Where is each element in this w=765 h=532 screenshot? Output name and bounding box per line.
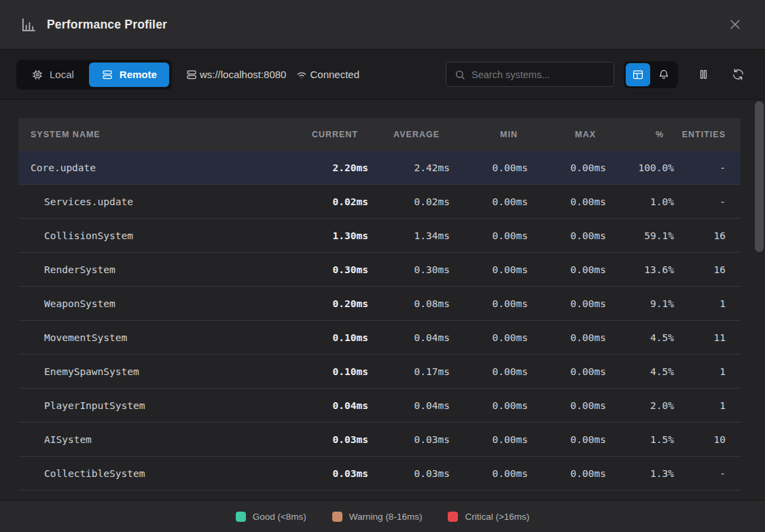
legend-label: Warning (8-16ms) — [349, 512, 423, 522]
row-max: 0.00ms — [528, 468, 606, 479]
column-header-average[interactable]: AVERAGE — [368, 130, 450, 139]
wifi-icon — [296, 69, 308, 81]
table-row[interactable]: AISystem 0.03ms 0.03ms 0.00ms 0.00ms 1.5… — [18, 423, 741, 457]
cpu-icon — [31, 69, 43, 81]
table-view-button[interactable] — [626, 63, 650, 86]
legend-item: Critical (>16ms) — [448, 512, 529, 522]
row-current: 1.30ms — [287, 230, 368, 241]
row-percent: 4.5% — [606, 332, 674, 343]
table-row[interactable]: RenderSystem 0.30ms 0.30ms 0.00ms 0.00ms… — [18, 253, 741, 287]
table-row[interactable]: CollisionSystem 1.30ms 1.34ms 0.00ms 0.0… — [18, 219, 741, 253]
bell-icon — [658, 69, 670, 81]
row-system-name: RenderSystem — [18, 264, 287, 275]
table-row[interactable]: WeaponSystem 0.20ms 0.08ms 0.00ms 0.00ms… — [18, 287, 741, 321]
row-max: 0.00ms — [528, 400, 606, 411]
row-current: 0.03ms — [287, 434, 368, 445]
connection-status-group: Connected — [296, 69, 359, 81]
row-system-name: Core.update — [18, 162, 287, 173]
row-entities: 1 — [674, 400, 741, 411]
pause-button[interactable] — [693, 64, 714, 85]
remote-mode-label: Remote — [120, 69, 157, 80]
row-max: 0.00ms — [528, 298, 606, 309]
row-current: 0.02ms — [287, 196, 368, 207]
row-entities: 16 — [674, 264, 741, 275]
row-min: 0.00ms — [450, 468, 528, 479]
row-min: 0.00ms — [450, 196, 528, 207]
legend: Good (<8ms) Warning (8-16ms) Critical (>… — [0, 500, 765, 532]
row-entities: 1 — [674, 298, 741, 309]
row-max: 0.00ms — [528, 196, 606, 207]
table-body: Core.update 2.20ms 2.42ms 0.00ms 0.00ms … — [18, 151, 741, 491]
row-percent: 9.1% — [606, 298, 674, 309]
row-current: 0.04ms — [287, 400, 368, 411]
legend-item: Good (<8ms) — [236, 512, 306, 522]
remote-mode-button[interactable]: Remote — [89, 63, 169, 87]
row-current: 0.20ms — [287, 298, 368, 309]
row-entities: - — [674, 468, 741, 479]
row-min: 0.00ms — [450, 162, 528, 173]
connection-status: Connected — [310, 69, 359, 80]
row-min: 0.00ms — [450, 366, 528, 377]
row-average: 0.17ms — [368, 366, 450, 377]
row-max: 0.00ms — [528, 230, 606, 241]
row-entities: 11 — [674, 332, 741, 343]
close-button[interactable] — [726, 15, 745, 34]
table-row[interactable]: Core.update 2.20ms 2.42ms 0.00ms 0.00ms … — [18, 151, 741, 185]
row-percent: 1.0% — [606, 196, 674, 207]
row-entities: - — [674, 196, 741, 207]
row-average: 0.08ms — [368, 298, 450, 309]
row-max: 0.00ms — [528, 434, 606, 445]
legend-label: Good (<8ms) — [253, 512, 306, 522]
search-input[interactable] — [472, 69, 605, 80]
row-entities: 16 — [674, 230, 741, 241]
performance-profiler-window: Performance Profiler Local — [0, 0, 765, 532]
row-average: 0.03ms — [368, 434, 450, 445]
column-header-system-name[interactable]: SYSTEM NAME — [18, 130, 287, 139]
table-row[interactable]: Services.update 0.02ms 0.02ms 0.00ms 0.0… — [18, 185, 741, 219]
table-row[interactable]: PlayerInputSystem 0.04ms 0.04ms 0.00ms 0… — [18, 389, 741, 423]
view-toggle-group — [624, 61, 678, 88]
row-current: 0.10ms — [287, 332, 368, 343]
local-mode-button[interactable]: Local — [19, 63, 86, 87]
row-average: 0.04ms — [368, 400, 450, 411]
row-min: 0.00ms — [450, 230, 528, 241]
row-current: 0.30ms — [287, 264, 368, 275]
row-system-name: AISystem — [18, 434, 287, 445]
legend-swatch — [236, 512, 246, 522]
row-percent: 59.1% — [606, 230, 674, 241]
row-average: 0.30ms — [368, 264, 450, 275]
column-header-entities[interactable]: ENTITIES — [674, 130, 741, 139]
scrollbar-thumb[interactable] — [755, 101, 764, 252]
table-icon — [632, 69, 644, 81]
column-header-current[interactable]: CURRENT — [287, 130, 368, 139]
refresh-icon — [732, 68, 745, 81]
table-row[interactable]: EnemySpawnSystem 0.10ms 0.17ms 0.00ms 0.… — [18, 355, 741, 389]
row-percent: 13.6% — [606, 264, 674, 275]
toolbar: Local Remote ws://localhost:8080 — [0, 50, 765, 100]
table-header: SYSTEM NAME CURRENT AVERAGE MIN MAX % EN… — [18, 118, 741, 151]
row-min: 0.00ms — [450, 332, 528, 343]
connection-url-group: ws://localhost:8080 — [185, 69, 287, 81]
row-system-name: WeaponSystem — [18, 298, 287, 309]
scrollbar[interactable] — [754, 100, 764, 500]
connection-url: ws://localhost:8080 — [200, 69, 287, 80]
row-current: 2.20ms — [287, 162, 368, 173]
row-percent: 4.5% — [606, 366, 674, 377]
column-header-max[interactable]: MAX — [528, 130, 606, 139]
row-system-name: MovementSystem — [18, 332, 287, 343]
refresh-button[interactable] — [728, 64, 749, 85]
row-max: 0.00ms — [528, 366, 606, 377]
table-row[interactable]: MovementSystem 0.10ms 0.04ms 0.00ms 0.00… — [18, 321, 741, 355]
server-icon — [101, 69, 113, 81]
column-header-min[interactable]: MIN — [450, 130, 528, 139]
row-entities: 1 — [674, 366, 741, 377]
row-system-name: PlayerInputSystem — [18, 400, 287, 411]
row-average: 0.03ms — [368, 468, 450, 479]
column-header-percent[interactable]: % — [606, 130, 674, 139]
row-percent: 100.0% — [606, 162, 674, 173]
mode-toggle-group: Local Remote — [16, 60, 172, 90]
table-row[interactable]: CollectibleSystem 0.03ms 0.03ms 0.00ms 0… — [18, 457, 741, 491]
alerts-button[interactable] — [652, 63, 676, 86]
legend-item: Warning (8-16ms) — [332, 512, 423, 522]
row-min: 0.00ms — [450, 264, 528, 275]
